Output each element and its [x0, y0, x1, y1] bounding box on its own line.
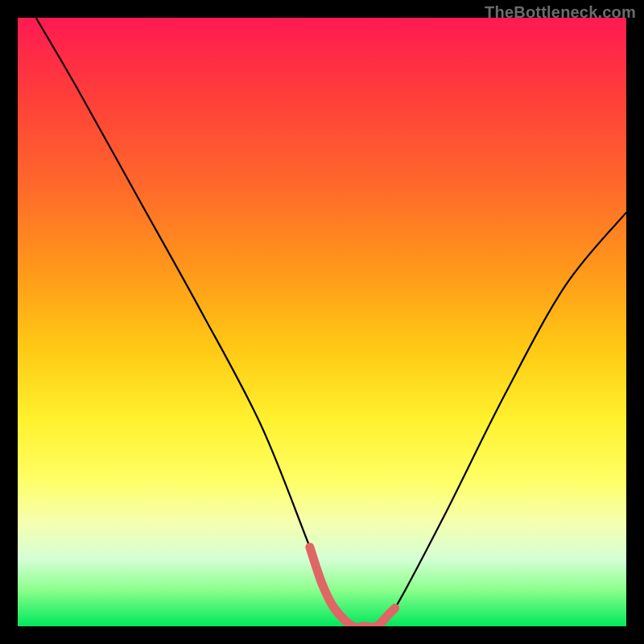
bottleneck-curve-svg [18, 18, 626, 626]
plot-area [18, 18, 626, 626]
optimal-range-highlight [310, 547, 395, 626]
chart-frame: TheBottleneck.com [0, 0, 644, 644]
watermark-text: TheBottleneck.com [485, 3, 636, 22]
bottleneck-curve [36, 18, 626, 626]
